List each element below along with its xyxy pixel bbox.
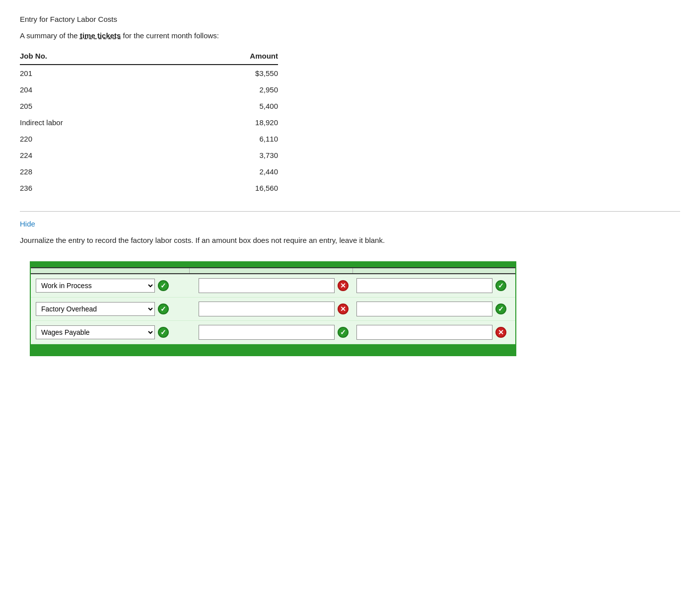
job-amount: $3,550 <box>181 65 278 81</box>
table-row: 2042,950 <box>20 81 278 98</box>
table-row: 201$3,550 <box>20 65 278 81</box>
job-number: 228 <box>20 163 181 180</box>
account-cell: Work in ProcessFactory OverheadWages Pay… <box>36 279 195 293</box>
credit-input[interactable] <box>356 325 492 340</box>
journal-row: Work in ProcessFactory OverheadWages Pay… <box>31 298 515 321</box>
summary-text: A summary of the time tickets for the cu… <box>20 31 680 40</box>
job-amount: 3,730 <box>181 147 278 163</box>
answer-section: Hide Journalize the entry to record the … <box>20 211 680 356</box>
col-header-account <box>31 268 190 273</box>
instruction-text: Journalize the entry to record the facto… <box>20 235 680 246</box>
job-number: 204 <box>20 81 181 98</box>
job-amount: 16,560 <box>181 180 278 196</box>
green-check-icon: ✓ <box>158 327 169 338</box>
journal-row: Work in ProcessFactory OverheadWages Pay… <box>31 321 515 344</box>
table-row: 2282,440 <box>20 163 278 180</box>
summary-before: A summary of the <box>20 31 80 40</box>
journal-footer-bar <box>31 344 515 355</box>
job-amount: 6,110 <box>181 131 278 147</box>
job-amount: 18,920 <box>181 114 278 131</box>
account-select[interactable]: Work in ProcessFactory OverheadWages Pay… <box>36 279 155 293</box>
debit-input[interactable] <box>199 278 335 293</box>
table-row: 2206,110 <box>20 131 278 147</box>
journal-col-headers <box>31 267 515 274</box>
green-check-icon: ✓ <box>158 280 169 291</box>
amount-col-header: Amount <box>181 50 278 65</box>
journal-container: Work in ProcessFactory OverheadWages Pay… <box>30 261 516 356</box>
hide-link[interactable]: Hide <box>20 220 35 228</box>
table-row: 23616,560 <box>20 180 278 196</box>
account-select[interactable]: Work in ProcessFactory OverheadWages Pay… <box>36 325 155 339</box>
debit-input[interactable] <box>199 325 335 340</box>
credit-cell: ✕ <box>352 325 510 340</box>
debit-cell: ✕ <box>195 302 352 316</box>
journal-row: Work in ProcessFactory OverheadWages Pay… <box>31 274 515 298</box>
green-check-icon: ✓ <box>495 304 506 314</box>
table-row: Indirect labor18,920 <box>20 114 278 131</box>
page-title: Entry for Factory Labor Costs <box>20 15 680 23</box>
time-tickets-link: time tickets <box>80 31 121 40</box>
account-cell: Work in ProcessFactory OverheadWages Pay… <box>36 325 195 339</box>
table-row: 2243,730 <box>20 147 278 163</box>
green-check-icon: ✓ <box>338 327 349 338</box>
debit-input[interactable] <box>199 302 335 316</box>
green-check-icon: ✓ <box>158 304 169 314</box>
job-number: 201 <box>20 65 181 81</box>
job-col-header: Job No. <box>20 50 181 65</box>
red-x-icon: ✕ <box>338 280 349 291</box>
credit-cell: ✓ <box>352 278 510 293</box>
table-row: 2055,400 <box>20 98 278 114</box>
journal-rows: Work in ProcessFactory OverheadWages Pay… <box>31 274 515 344</box>
job-amount: 2,440 <box>181 163 278 180</box>
summary-after: for the current month follows: <box>121 31 219 40</box>
col-header-credit <box>353 268 516 273</box>
job-number: 224 <box>20 147 181 163</box>
credit-cell: ✓ <box>352 302 510 316</box>
green-check-icon: ✓ <box>495 280 506 291</box>
job-amount: 5,400 <box>181 98 278 114</box>
credit-input[interactable] <box>356 278 492 293</box>
job-number: 220 <box>20 131 181 147</box>
red-x-icon: ✕ <box>338 304 349 314</box>
job-number: 236 <box>20 180 181 196</box>
job-number: 205 <box>20 98 181 114</box>
job-table: Job No. Amount 201$3,5502042,9502055,400… <box>20 50 278 196</box>
col-header-debit <box>190 268 353 273</box>
job-amount: 2,950 <box>181 81 278 98</box>
debit-cell: ✕ <box>195 278 352 293</box>
job-number: Indirect labor <box>20 114 181 131</box>
journal-header-bar <box>31 262 515 267</box>
debit-cell: ✓ <box>195 325 352 340</box>
red-x-icon: ✕ <box>495 327 506 338</box>
account-select[interactable]: Work in ProcessFactory OverheadWages Pay… <box>36 302 155 316</box>
credit-input[interactable] <box>356 302 492 316</box>
account-cell: Work in ProcessFactory OverheadWages Pay… <box>36 302 195 316</box>
